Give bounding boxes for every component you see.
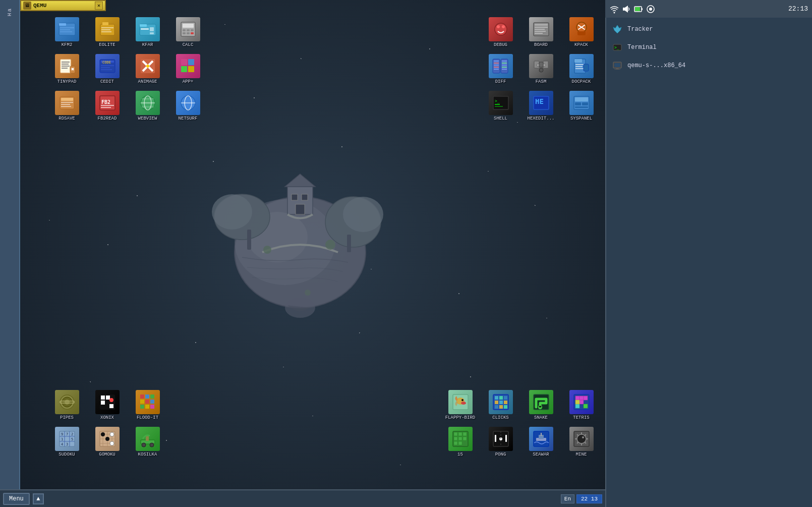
svg-rect-197 — [575, 400, 579, 404]
svg-rect-192 — [575, 396, 579, 400]
icon-rdsave[interactable]: RDSAVE — [48, 89, 86, 123]
icon-docpack[interactable]: DOCPACK — [562, 52, 600, 86]
svg-rect-93 — [574, 59, 582, 63]
icon-syspanel-label: SYSPANEL — [570, 116, 592, 121]
taskbar-arrow-button[interactable]: ▲ — [33, 493, 44, 504]
right-item-terminal[interactable]: >_ Terminal — [605, 38, 812, 57]
svg-rect-101 — [495, 106, 503, 107]
svg-rect-77 — [494, 63, 499, 64]
qemu-panel-label: qemu-s-...x86_64 — [627, 62, 685, 69]
icon-floodit[interactable]: FLOOD-IT — [129, 388, 166, 422]
icon-seawar[interactable]: SEAWAR — [522, 425, 560, 459]
svg-rect-8 — [101, 29, 110, 30]
icon-calc[interactable]: CALC — [169, 15, 207, 49]
icon-kpack[interactable]: KPACK — [562, 15, 600, 49]
tracker-icon — [611, 23, 623, 35]
icon-kfar-label: KFAR — [142, 42, 153, 47]
icon-webview[interactable]: WEBVIEW — [129, 89, 166, 123]
icon-eolite[interactable]: EOLITE — [88, 15, 126, 49]
svg-rect-133 — [106, 396, 110, 400]
svg-text:4: 4 — [61, 442, 63, 446]
icon-fifteen[interactable]: 15 — [441, 425, 479, 459]
svg-text:5: 5 — [71, 437, 73, 441]
icon-kfar[interactable]: KFAR — [129, 15, 166, 49]
icon-shell[interactable]: >_ SHELL — [482, 89, 519, 123]
svg-rect-67 — [535, 27, 548, 28]
svg-rect-170 — [146, 436, 149, 441]
icon-fb2read[interactable]: FB2 FB2READ — [88, 89, 126, 123]
icon-tetris[interactable]: TETRIS — [562, 388, 600, 422]
icon-tetris-label: TETRIS — [573, 415, 589, 420]
terminal-label: Terminal — [627, 44, 657, 51]
svg-text:>_: >_ — [495, 99, 500, 103]
svg-rect-17 — [183, 29, 186, 31]
qemu-titlebar[interactable]: 🖥 QEMU ✕ — [20, 0, 106, 11]
icon-fasm[interactable]: FASM — [522, 52, 560, 86]
svg-rect-48 — [61, 104, 70, 105]
icon-clicks[interactable]: CLICKS — [482, 388, 519, 422]
svg-rect-78 — [494, 65, 499, 66]
svg-rect-232 — [642, 8, 643, 10]
icon-gomoku[interactable]: GOMOKU — [88, 425, 126, 459]
svg-point-40 — [146, 65, 149, 68]
icon-kfm2-label: KFM2 — [62, 42, 73, 47]
tracker-label: Tracker — [627, 26, 653, 33]
svg-point-176 — [461, 402, 466, 405]
qemu-close-button[interactable]: ✕ — [95, 2, 103, 10]
svg-rect-204 — [458, 437, 462, 440]
svg-rect-194 — [584, 396, 588, 400]
icon-pong[interactable]: PONG — [482, 425, 519, 459]
svg-rect-108 — [575, 106, 588, 108]
icon-pipes[interactable]: PIPES — [48, 388, 86, 422]
svg-rect-120 — [292, 194, 298, 200]
taskbar-time[interactable]: 22 13 — [576, 494, 602, 503]
right-panel: 22:13 Tracker >_ Terminal — [605, 0, 812, 507]
icon-snake[interactable]: SNAKE — [522, 388, 560, 422]
icon-diff-box — [489, 54, 513, 78]
icon-debug-box — [489, 17, 513, 41]
icon-board[interactable]: BOARD — [522, 15, 560, 49]
icon-kosilka-box — [136, 427, 160, 451]
icon-shell-box: >_ — [489, 91, 513, 115]
svg-marker-230 — [625, 6, 628, 13]
icon-netsurf[interactable]: NETSURF — [169, 89, 207, 123]
icon-diff[interactable]: DIFF — [482, 52, 519, 86]
language-button[interactable]: En — [561, 494, 574, 503]
menu-button[interactable]: Menu — [3, 493, 30, 505]
right-item-tracker[interactable]: Tracker — [605, 20, 812, 38]
icon-syspanel[interactable]: SYSPANEL — [562, 89, 600, 123]
svg-rect-66 — [535, 24, 548, 26]
icon-kfm2[interactable]: KFM2 — [48, 15, 86, 49]
system-tray: 22:13 — [605, 0, 812, 18]
extra-tray-icon — [646, 4, 656, 14]
icon-sudoku[interactable]: 9 7 2 1 5 4 3 SUDOKU — [48, 425, 86, 459]
icon-xonix[interactable]: XONIX — [88, 388, 126, 422]
svg-point-111 — [247, 212, 308, 262]
svg-rect-21 — [187, 32, 190, 34]
icon-kosilka[interactable]: KOSILKA — [129, 425, 166, 459]
svg-rect-53 — [101, 107, 111, 108]
svg-rect-205 — [463, 437, 467, 440]
icon-mine[interactable]: MINE — [562, 425, 600, 459]
icon-calc-label: CALC — [183, 42, 194, 47]
svg-rect-100 — [495, 104, 500, 105]
icon-hexedit-box: HE — [529, 91, 553, 115]
icon-animage-label: ANIMAGE — [138, 79, 157, 84]
icon-app[interactable]: APP+ — [169, 52, 207, 86]
icon-flappy[interactable]: FLAPPY-BIRD — [441, 388, 479, 422]
volume-tray-icon — [621, 4, 631, 14]
icon-cedit-label: CEDIT — [100, 79, 114, 84]
icon-cedit-box: CODE — [95, 54, 120, 78]
icon-animage[interactable]: ANIMAGE — [129, 52, 166, 86]
svg-text:2: 2 — [71, 432, 73, 436]
icon-kpack-label: KPACK — [574, 42, 588, 47]
icon-docpack-box — [569, 54, 594, 78]
icon-tinypad[interactable]: TINYPAD — [48, 52, 86, 86]
right-item-qemu[interactable]: qemu-s-...x86_64 — [605, 57, 812, 75]
icon-hexedit[interactable]: HE HEXEDIT... — [522, 89, 560, 123]
icon-debug-label: DEBUG — [494, 42, 507, 47]
icon-debug[interactable]: DEBUG — [482, 15, 519, 49]
icon-cedit[interactable]: CODE CEDIT — [88, 52, 126, 86]
svg-rect-139 — [150, 395, 154, 399]
svg-text:7: 7 — [66, 432, 68, 436]
